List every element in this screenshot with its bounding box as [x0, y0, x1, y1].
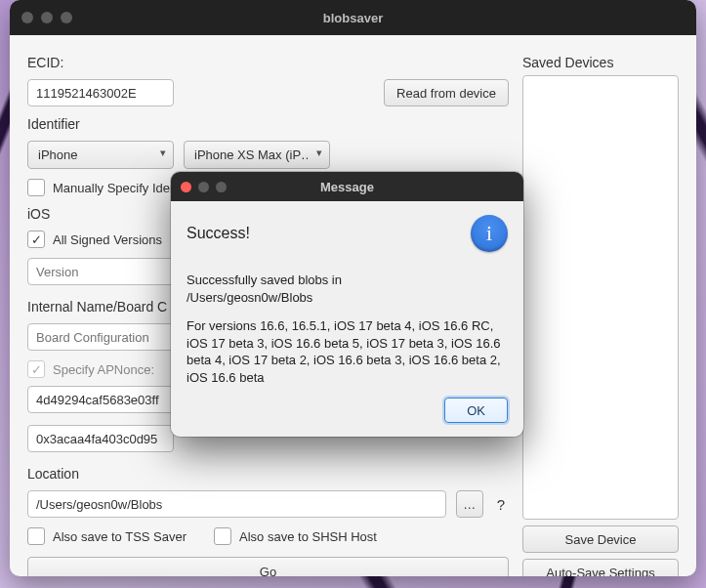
shsh-host-checkbox[interactable]: [214, 527, 231, 545]
generator-input[interactable]: [27, 425, 174, 452]
apnonce-input[interactable]: [27, 386, 174, 413]
minimize-window-icon[interactable]: [41, 12, 53, 23]
version-input: [27, 258, 174, 285]
save-device-button[interactable]: Save Device: [522, 525, 679, 553]
go-button[interactable]: Go: [27, 557, 509, 576]
dialog-titlebar: Message: [171, 172, 523, 201]
manual-identifier-label: Manually Specify Iden: [53, 181, 177, 195]
device-model-select[interactable]: iPhone XS Max (iP…: [184, 141, 330, 169]
device-family-select[interactable]: iPhone: [27, 141, 174, 169]
apnonce-label: Specify APNonce:: [53, 362, 154, 377]
dialog-versions: For versions 16.6, 16.5.1, iOS 17 beta 4…: [187, 317, 508, 386]
dialog-message: Successfully saved blobs in /Users/geosn…: [187, 272, 508, 306]
apnonce-checkbox[interactable]: [27, 360, 45, 378]
message-dialog: Message Success! i Successfully saved bl…: [171, 172, 523, 437]
tss-saver-label: Also save to TSS Saver: [53, 529, 187, 544]
ecid-label: ECID:: [27, 55, 509, 70]
location-label: Location: [27, 466, 509, 482]
dialog-line1: Successfully saved blobs in: [187, 273, 342, 287]
location-help-icon[interactable]: ?: [493, 496, 509, 513]
dialog-line2: /Users/geosn0w/Blobs: [187, 290, 312, 305]
maximize-window-icon[interactable]: [61, 12, 72, 23]
dialog-body: Success! i Successfully saved blobs in /…: [171, 201, 523, 437]
ok-button[interactable]: OK: [444, 398, 508, 423]
board-config-input: [27, 323, 174, 351]
saved-devices-list[interactable]: [522, 75, 679, 520]
shsh-host-label: Also save to SHSH Host: [239, 529, 377, 544]
browse-button[interactable]: …: [456, 490, 483, 518]
read-from-device-button[interactable]: Read from device: [384, 79, 509, 106]
dialog-title: Message: [171, 180, 523, 194]
all-signed-checkbox[interactable]: [27, 231, 45, 248]
titlebar: blobsaver: [10, 0, 696, 35]
all-signed-label: All Signed Versions: [53, 232, 162, 247]
identifier-label: Identifier: [27, 116, 509, 132]
close-window-icon[interactable]: [21, 12, 33, 23]
ecid-input[interactable]: [27, 79, 174, 106]
manual-identifier-checkbox[interactable]: [27, 179, 45, 196]
window-title: blobsaver: [10, 11, 696, 25]
info-icon: i: [471, 215, 508, 252]
location-input[interactable]: [27, 490, 446, 518]
dialog-heading: Success!: [187, 225, 250, 242]
traffic-lights: [21, 12, 72, 23]
right-panel: Saved Devices Save Device Auto-Save Sett…: [522, 51, 679, 576]
auto-save-settings-button[interactable]: Auto-Save Settings: [522, 559, 679, 576]
tss-saver-checkbox[interactable]: [27, 527, 45, 545]
saved-devices-label: Saved Devices: [522, 55, 679, 70]
